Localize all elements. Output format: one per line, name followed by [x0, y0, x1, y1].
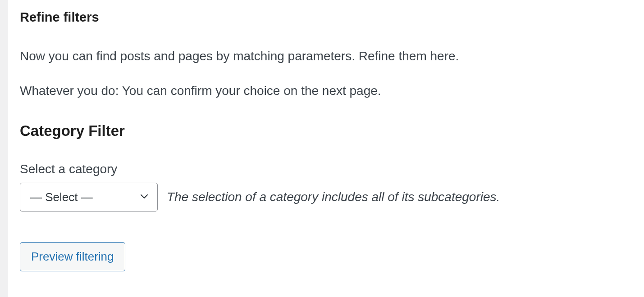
category-select-label: Select a category [20, 162, 644, 176]
refine-description-1: Now you can find posts and pages by matc… [20, 47, 644, 66]
category-select-row: — Select — The selection of a category i… [20, 183, 644, 212]
category-select-hint: The selection of a category includes all… [167, 190, 500, 204]
refine-filters-panel: Refine filters Now you can find posts an… [0, 0, 644, 271]
preview-filtering-button[interactable]: Preview filtering [20, 242, 125, 271]
refine-filters-title: Refine filters [20, 10, 644, 25]
left-border-strip [0, 0, 8, 297]
category-filter-title: Category Filter [20, 122, 644, 140]
refine-description-2: Whatever you do: You can confirm your ch… [20, 82, 644, 100]
category-select-wrapper: — Select — [20, 183, 158, 212]
category-select[interactable]: — Select — [20, 183, 158, 212]
